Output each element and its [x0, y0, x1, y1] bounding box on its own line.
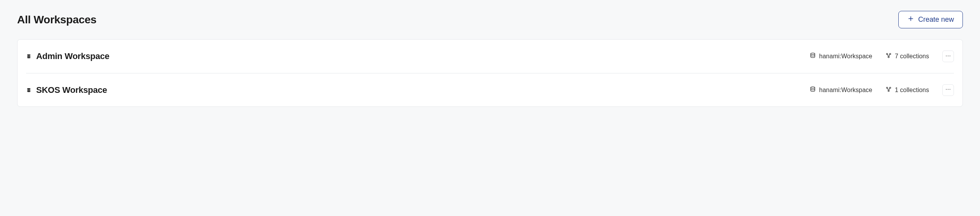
page-title: All Workspaces: [17, 14, 96, 26]
svg-point-12: [27, 88, 31, 89]
workspace-list: Admin Workspace hanami:Workspace: [17, 39, 963, 107]
svg-point-10: [948, 55, 948, 56]
workspace-row[interactable]: Admin Workspace hanami:Workspace: [26, 40, 954, 73]
workspace-db-label: hanami:Workspace: [819, 53, 872, 60]
svg-point-9: [946, 55, 947, 56]
workspace-collections-label: 7 collections: [895, 53, 929, 60]
workspace-row-left: Admin Workspace: [26, 51, 109, 61]
svg-point-2: [27, 54, 31, 56]
ellipsis-icon: [945, 53, 951, 60]
workspace-db-label: hanami:Workspace: [819, 87, 872, 94]
stack-icon: [26, 87, 32, 93]
svg-point-4: [27, 57, 31, 58]
svg-point-15: [811, 87, 815, 88]
ellipsis-icon: [945, 86, 951, 94]
nodes-icon: [886, 52, 892, 60]
workspace-name: SKOS Workspace: [36, 85, 107, 95]
create-new-label: Create new: [918, 16, 954, 24]
workspace-name: Admin Workspace: [36, 51, 109, 61]
svg-point-14: [27, 91, 31, 92]
workspace-row-left: SKOS Workspace: [26, 85, 107, 95]
svg-point-3: [27, 56, 31, 57]
workspace-collections-label: 1 collections: [895, 87, 929, 94]
workspace-db-meta: hanami:Workspace: [810, 86, 872, 94]
svg-point-5: [811, 53, 815, 54]
workspace-row[interactable]: SKOS Workspace hanami:Workspace: [26, 73, 954, 106]
more-actions-button[interactable]: [942, 51, 954, 62]
workspace-collections-meta: 1 collections: [886, 86, 929, 94]
svg-point-11: [950, 55, 950, 56]
nodes-icon: [886, 86, 892, 94]
plus-icon: [907, 15, 914, 24]
svg-point-20: [948, 89, 948, 90]
svg-point-13: [27, 89, 31, 91]
page-header: All Workspaces Create new: [17, 11, 963, 28]
workspace-row-right: hanami:Workspace 1 collections: [810, 84, 954, 96]
svg-point-21: [950, 89, 950, 90]
database-icon: [810, 86, 816, 94]
workspace-row-right: hanami:Workspace 7 collections: [810, 51, 954, 62]
create-new-button[interactable]: Create new: [898, 11, 963, 28]
workspace-db-meta: hanami:Workspace: [810, 52, 872, 60]
svg-point-19: [946, 89, 947, 90]
database-icon: [810, 52, 816, 60]
workspace-collections-meta: 7 collections: [886, 52, 929, 60]
more-actions-button[interactable]: [942, 84, 954, 96]
stack-icon: [26, 54, 32, 59]
